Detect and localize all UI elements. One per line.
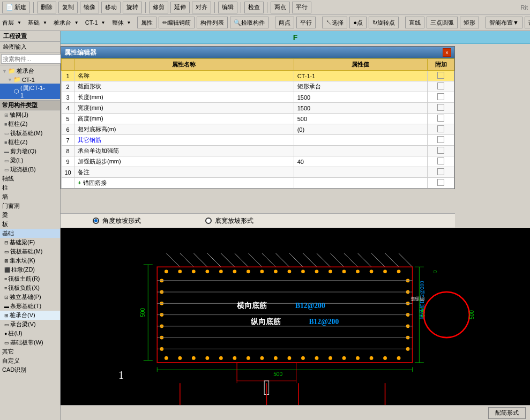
trim-button[interactable]: 修剪 — [149, 2, 168, 13]
checkbox-1[interactable] — [437, 82, 444, 89]
edit-button[interactable]: 编辑 — [218, 2, 237, 13]
parallel-button[interactable]: 平行 — [292, 2, 311, 13]
svg-point-31 — [260, 269, 264, 273]
tree-ct1-label: CT-1 — [22, 77, 35, 83]
bearing-arrow[interactable]: ▼ — [74, 20, 79, 25]
radio-circle2[interactable] — [205, 218, 212, 224]
col-pier-label: 柱墩(ZD) — [11, 266, 35, 274]
floor-arrow[interactable]: ▼ — [17, 20, 21, 25]
custom-section[interactable]: 自定义 — [0, 356, 60, 365]
wall-section[interactable]: 墙 — [0, 192, 60, 201]
found-strip[interactable]: ▬ 条形基础(T) — [0, 302, 60, 311]
checkbox-2[interactable] — [437, 93, 444, 100]
pile-label: 桩(U) — [8, 329, 22, 338]
tree-bearing-icon: 📁 — [8, 68, 16, 74]
comp-frame-col2[interactable]: ■ 框柱(Z) — [0, 138, 60, 147]
tree-root-item[interactable]: ▼ 📁 桩承台 — [0, 66, 60, 76]
comp-cast-slab[interactable]: ▭ 现浇板(B) — [0, 165, 60, 174]
prop-name-10: +锚固搭接 — [74, 178, 294, 189]
found-raft-neg-rebar[interactable]: ≡ 筏板负筋(X) — [0, 283, 60, 292]
line-button[interactable]: 直线 — [405, 17, 424, 28]
config-btn[interactable]: 配筋形式 — [488, 407, 526, 419]
checkbox-5[interactable] — [437, 125, 444, 132]
pick-comp-button[interactable]: 🔍拾取构件 — [230, 17, 268, 28]
found-cap-beam[interactable]: ▭ 承台梁(V) — [0, 320, 60, 329]
new-button[interactable]: 📄 新建 — [2, 2, 30, 13]
checkbox-9[interactable] — [437, 168, 444, 175]
radio-option2[interactable]: 底宽放坡形式 — [205, 216, 253, 226]
prop-value-0[interactable]: CT-1-1 — [294, 71, 427, 81]
found-raft[interactable]: ▭ 筏板基础(M) — [0, 247, 60, 256]
checkbox-0[interactable] — [437, 72, 444, 79]
delete-button[interactable]: 删除 — [37, 2, 56, 13]
checkbox-8[interactable] — [437, 158, 444, 164]
copy-button[interactable]: 复制 — [58, 2, 78, 13]
two-points-button[interactable]: 两点 — [271, 2, 290, 13]
checkbox-4[interactable] — [437, 115, 444, 122]
comp-frame-col[interactable]: ■ 框柱(Z) — [0, 119, 60, 129]
edit-rebar-button[interactable]: ✏编辑钢筋 — [159, 17, 195, 28]
move-button[interactable]: 移动 — [101, 2, 121, 13]
svg-text:500: 500 — [469, 310, 475, 319]
property-button[interactable]: 属性 — [137, 17, 156, 28]
found-pile[interactable]: ● 桩(U) — [0, 329, 60, 338]
checkbox-6[interactable] — [437, 136, 444, 143]
tree-ct1-1-item[interactable]: ⬡ (属)CT-1-1 — [0, 84, 60, 99]
prop-name-3: 宽度(mm) — [74, 103, 294, 114]
cad-input-header[interactable]: 绘图输入 — [0, 42, 60, 52]
comp-shear-wall[interactable]: ▬ 剪力墙(Q) — [0, 147, 60, 156]
cad-recognize-section[interactable]: CAD识别 — [0, 365, 60, 374]
found-isolated[interactable]: ⊡ 独立基础(P) — [0, 292, 60, 302]
radio-option1[interactable]: 角度放坡形式 — [93, 216, 141, 226]
comp-raft-found[interactable]: ▭ 筏板基础(M) — [0, 129, 60, 138]
mirror-button[interactable]: 镜像 — [80, 2, 99, 13]
row-num-9: 10 — [62, 167, 74, 178]
slab-section[interactable]: 板 — [0, 220, 60, 229]
found-raft-main-rebar[interactable]: ≡ 筏板主筋(R) — [0, 274, 60, 283]
extend-button[interactable]: 延伸 — [170, 2, 190, 13]
comp-list-button[interactable]: 构件列表 — [197, 17, 228, 28]
found-slab-strip[interactable]: ▭ 基础板带(W) — [0, 338, 60, 347]
prop-link-6[interactable]: 其它钢筋 — [78, 137, 101, 143]
door-window-section[interactable]: 门窗洞 — [0, 201, 60, 211]
col-section[interactable]: 柱 — [0, 183, 60, 192]
parallel2-button[interactable]: 平行 — [296, 17, 316, 28]
axis-section[interactable]: 轴线 — [0, 174, 60, 183]
add-row-btn-10[interactable]: + — [78, 179, 81, 186]
align-button[interactable]: 对齐 — [192, 2, 211, 13]
select-button[interactable]: ↖选择 — [322, 17, 347, 28]
rotate-button[interactable]: 旋转 — [123, 2, 142, 13]
checkbox-7[interactable] — [437, 147, 444, 154]
comp-axis-network[interactable]: ⊞ 轴网(J) — [0, 110, 60, 119]
ct1-1-icon: ⬡ — [14, 88, 19, 95]
attr-dialog-close-button[interactable]: × — [443, 48, 451, 57]
base-arrow[interactable]: ▼ — [43, 20, 47, 25]
found-pit[interactable]: ⊠ 集水坑(K) — [0, 256, 60, 265]
found-col-pier[interactable]: ⬛ 柱墩(ZD) — [0, 265, 60, 274]
adjust-rebar-button[interactable]: 调整钢筋方向 — [525, 17, 530, 28]
inspect-button[interactable]: 检查 — [244, 2, 264, 13]
checkbox-10[interactable] — [437, 179, 444, 186]
rect-button[interactable]: 矩形 — [460, 17, 479, 28]
floor-label: 首层 — [2, 19, 14, 27]
other-section[interactable]: 其它 — [0, 347, 60, 356]
engineering-settings-header[interactable]: 工程设置 — [0, 31, 60, 42]
point-button[interactable]: ●点 — [349, 17, 367, 28]
checkbox-3[interactable] — [437, 104, 444, 111]
arc-button[interactable]: 三点圆弧 — [427, 17, 458, 28]
two-pts-button[interactable]: 两点 — [275, 17, 294, 28]
found-beam[interactable]: ⊟ 基础梁(F) — [0, 238, 60, 247]
rotate-point-button[interactable]: ↻旋转点 — [369, 17, 399, 28]
comp-beam[interactable]: ▭ 梁(L) — [0, 156, 60, 165]
svg-text:○: ○ — [433, 267, 437, 275]
svg-point-47 — [233, 356, 236, 360]
beam-section[interactable]: 梁 — [0, 211, 60, 220]
radio-circle1[interactable] — [93, 218, 99, 224]
svg-point-52 — [301, 356, 305, 360]
smart-layout-button[interactable]: 智能布置▼ — [486, 17, 522, 28]
found-bearing[interactable]: ⊞ 桩承台(V) — [0, 311, 60, 320]
whole-arrow[interactable]: ▼ — [127, 20, 131, 25]
ct1-arrow[interactable]: ▼ — [101, 20, 106, 25]
tree-ct1-item[interactable]: ▼ 📁 CT-1 — [0, 76, 60, 84]
foundation-section[interactable]: 基础 — [0, 229, 60, 238]
